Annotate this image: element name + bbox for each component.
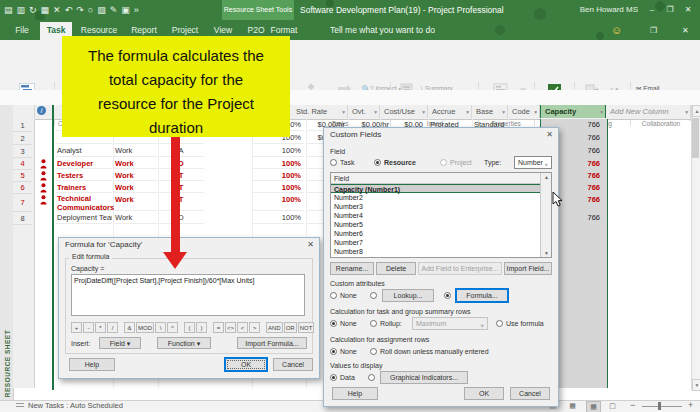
initials-cell[interactable]: T bbox=[158, 170, 204, 181]
type-cell[interactable]: Work bbox=[113, 212, 157, 224]
new-icon[interactable]: ▦ bbox=[41, 4, 50, 16]
row-number[interactable]: 4 bbox=[13, 158, 32, 170]
initials-cell[interactable]: D bbox=[158, 212, 204, 224]
operator-button-sym[interactable]: * bbox=[95, 322, 106, 333]
row-number[interactable]: 5 bbox=[13, 170, 32, 182]
save-icon[interactable]: ▤ bbox=[4, 4, 13, 16]
layout-icon[interactable]: ▣ bbox=[121, 4, 130, 16]
operator-button-AND[interactable]: AND bbox=[266, 322, 283, 333]
filter-caret-icon[interactable]: ▾ bbox=[534, 105, 537, 119]
tell-me-box[interactable]: Tell me what you want to do bbox=[330, 22, 435, 40]
max-units-cell[interactable]: 100% bbox=[252, 182, 304, 193]
close-window-icon[interactable]: ✕ bbox=[682, 22, 689, 39]
filter-caret-icon[interactable]: ▾ bbox=[685, 105, 688, 119]
attr-none-label[interactable]: None bbox=[340, 292, 357, 299]
use-formula-radio[interactable] bbox=[496, 320, 503, 327]
formula-dialog-close-icon[interactable]: ✕ bbox=[307, 240, 314, 249]
more-commands-icon[interactable]: » bbox=[134, 4, 139, 16]
row-number[interactable]: 8 bbox=[13, 212, 32, 225]
column-header-capacity[interactable]: Capacity▾ bbox=[540, 105, 606, 118]
tab-file[interactable]: File bbox=[8, 22, 36, 40]
row-number[interactable]: 3 bbox=[13, 145, 32, 158]
resource-name-cell[interactable]: Technical Communicators bbox=[55, 194, 112, 211]
data-radio[interactable] bbox=[330, 374, 337, 381]
view-sheet-icon[interactable]: ▦ bbox=[586, 401, 601, 412]
insert-function-button[interactable]: Function ▾ bbox=[157, 337, 211, 349]
row-number[interactable]: 2 bbox=[13, 132, 32, 145]
operator-button-sym[interactable]: ^ bbox=[167, 322, 178, 333]
new-tasks-status[interactable]: New Tasks : Auto Scheduled bbox=[28, 401, 123, 410]
list-scroll-up-icon[interactable]: ▲ bbox=[541, 174, 552, 180]
assign-none-radio[interactable] bbox=[330, 348, 337, 355]
import-formula-button[interactable]: Import Formula... bbox=[237, 337, 307, 349]
resource-name-cell[interactable]: Analyst bbox=[55, 145, 112, 157]
scroll-up-icon[interactable]: ▲ bbox=[692, 105, 700, 117]
import-field-button[interactable]: Import Field... bbox=[504, 262, 552, 275]
initials-cell[interactable]: A bbox=[158, 145, 204, 157]
column-header-cost-use[interactable]: Cost/Use▾ bbox=[380, 105, 428, 118]
initials-cell[interactable]: T bbox=[158, 194, 204, 211]
custom-fields-close-icon[interactable]: ✕ bbox=[546, 130, 553, 139]
operator-button-sym[interactable]: ) bbox=[196, 322, 207, 333]
operator-button-sym[interactable]: / bbox=[107, 322, 118, 333]
assign-none-label[interactable]: None bbox=[340, 348, 357, 355]
field-list-item[interactable]: Number5 bbox=[331, 220, 540, 229]
attr-none-radio[interactable] bbox=[330, 292, 337, 299]
rolldown-radio[interactable] bbox=[370, 348, 377, 355]
view-report-icon[interactable]: ▢ bbox=[606, 401, 619, 411]
max-units-cell[interactable]: 100% bbox=[252, 194, 304, 211]
project-radio[interactable] bbox=[440, 159, 447, 166]
type-cell[interactable]: Work bbox=[113, 145, 157, 157]
column-header-add-new-column[interactable]: Add New Column▾ bbox=[606, 105, 691, 118]
type-dropdown[interactable]: Number˅ bbox=[514, 156, 552, 169]
filter-caret-icon[interactable]: ▾ bbox=[502, 105, 505, 119]
resource-name-cell[interactable]: Testers bbox=[55, 170, 112, 181]
row-number[interactable]: 1 bbox=[13, 119, 32, 132]
scrollbar-thumb[interactable] bbox=[692, 118, 699, 158]
circle-icon[interactable]: ○ bbox=[88, 4, 93, 16]
print-preview-icon[interactable]: ▧ bbox=[97, 4, 106, 16]
save-as-icon[interactable]: ▥ bbox=[17, 4, 26, 16]
field-list-item[interactable]: Number7 bbox=[331, 238, 540, 247]
formula-ok-button[interactable]: OK bbox=[225, 358, 267, 371]
zoom-slider-thumb[interactable] bbox=[658, 402, 661, 410]
column-header-std-rate[interactable]: Std. Rate▾ bbox=[292, 105, 348, 118]
field-list-item[interactable]: Number3 bbox=[331, 202, 540, 211]
graphical-radio[interactable] bbox=[368, 374, 375, 381]
rolldown-label[interactable]: Roll down unless manually entered bbox=[380, 348, 489, 355]
field-list-item[interactable]: Capacity (Number1) bbox=[331, 184, 540, 193]
filter-caret-icon[interactable]: ▾ bbox=[422, 105, 425, 119]
cf-help-button[interactable]: Help bbox=[332, 387, 378, 400]
max-units-cell[interactable]: 100% bbox=[252, 170, 304, 181]
cf-ok-button[interactable]: OK bbox=[464, 387, 504, 400]
data-radio-label[interactable]: Data bbox=[340, 374, 355, 381]
operator-button-sym[interactable]: > bbox=[249, 322, 260, 333]
column-header-base[interactable]: Base▾ bbox=[472, 105, 508, 118]
filter-caret-icon[interactable]: ▾ bbox=[466, 105, 469, 119]
max-units-cell[interactable]: 100% bbox=[252, 212, 304, 224]
rename-button[interactable]: Rename... bbox=[330, 262, 374, 275]
resource-name-cell[interactable]: Trainers bbox=[55, 182, 112, 193]
formula-textbox[interactable]: ProjDateDiff([Project Start],[Project Fi… bbox=[71, 274, 305, 316]
list-scroll-down-icon[interactable]: ▼ bbox=[541, 250, 552, 256]
insert-field-button[interactable]: Field ▾ bbox=[99, 337, 141, 349]
graphical-indicators-button[interactable]: Graphical Indicators... bbox=[380, 371, 468, 384]
cf-cancel-button[interactable]: Cancel bbox=[510, 387, 550, 400]
resource-radio[interactable] bbox=[374, 159, 381, 166]
operator-button-OR[interactable]: OR bbox=[284, 322, 297, 333]
rollup-label[interactable]: Rollup: bbox=[380, 320, 402, 327]
operator-button-sym[interactable]: \ bbox=[155, 322, 166, 333]
task-radio[interactable] bbox=[330, 159, 337, 166]
formula-cancel-button[interactable]: Cancel bbox=[273, 358, 313, 371]
type-cell[interactable]: Work bbox=[113, 170, 157, 181]
type-cell[interactable]: Work bbox=[113, 182, 157, 193]
delete-button[interactable]: Delete bbox=[376, 262, 416, 275]
type-cell[interactable]: Work bbox=[113, 194, 157, 211]
maximize-button[interactable]: ❐ bbox=[662, 0, 678, 20]
restore-icon[interactable]: ❐ bbox=[650, 22, 657, 39]
operator-button-sym[interactable]: <> bbox=[225, 322, 236, 333]
zoom-slider[interactable] bbox=[642, 406, 682, 407]
resource-radio-label[interactable]: Resource bbox=[384, 159, 416, 166]
lookup-button[interactable]: Lookup... bbox=[382, 289, 434, 302]
field-list-item[interactable]: Number2 bbox=[331, 193, 540, 202]
